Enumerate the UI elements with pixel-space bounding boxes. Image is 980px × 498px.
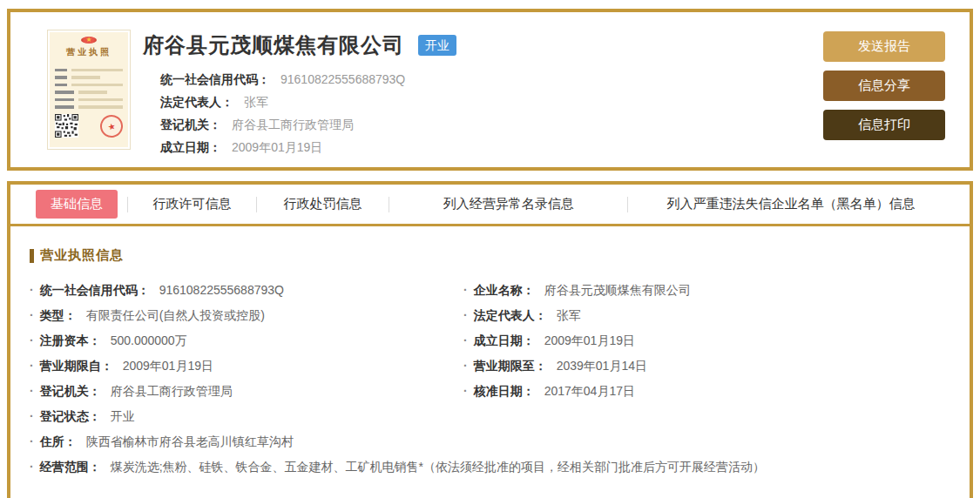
page-title: 府谷县元茂顺煤焦有限公司 bbox=[143, 31, 404, 59]
field-value: 府谷县元茂顺煤焦有限公司 bbox=[544, 283, 691, 297]
bullet-dot: · bbox=[30, 384, 34, 398]
bullet-dot: · bbox=[30, 308, 34, 322]
field-registration-authority: ·登记机关：府谷县工商行政管理局 bbox=[30, 379, 463, 404]
qr-code-icon bbox=[55, 114, 78, 138]
bullet-dot: · bbox=[30, 460, 34, 474]
bullet-dot: · bbox=[30, 409, 34, 423]
send-report-button[interactable]: 发送报告 bbox=[823, 31, 945, 62]
field-label: 登记状态： bbox=[40, 409, 101, 423]
field-business-scope: ·经营范围：煤炭洗选;焦粉、硅铁、铁合金、五金建材、工矿机电销售*（依法须经批准… bbox=[30, 454, 952, 480]
bullet-dot: · bbox=[463, 283, 468, 297]
field-value: 91610822555688793Q bbox=[280, 72, 405, 86]
header-field-registration-authority: 登记机关：府谷县工商行政管理局 bbox=[160, 113, 823, 136]
field-value: 2017年04月17日 bbox=[544, 384, 635, 398]
field-value: 有限责任公司(自然人投资或控股) bbox=[86, 308, 265, 322]
license-title: 营业执照 bbox=[55, 46, 123, 58]
field-label: 核准日期： bbox=[474, 384, 535, 398]
field-value: 500.000000万 bbox=[111, 333, 187, 347]
field-label: 类型： bbox=[40, 308, 77, 322]
header-field-credit-code: 统一社会信用代码：91610822555688793Q bbox=[160, 68, 823, 91]
section-title-text: 营业执照信息 bbox=[40, 247, 124, 264]
tab-bar: 基础信息 行政许可信息 行政处罚信息 列入经营异常名录信息 列入严重违法失信企业… bbox=[10, 185, 970, 226]
field-label: 法定代表人： bbox=[160, 95, 233, 109]
field-label: 住所： bbox=[40, 434, 77, 448]
field-label: 登记机关： bbox=[160, 118, 221, 131]
field-address: ·住所：陕西省榆林市府谷县老高川镇红草沟村 bbox=[30, 429, 952, 454]
field-value: 2009年01月19日 bbox=[232, 140, 322, 154]
national-emblem-icon: ★ bbox=[81, 37, 97, 44]
tab-administrative-license-info[interactable]: 行政许可信息 bbox=[152, 196, 231, 212]
field-label: 经营范围： bbox=[40, 460, 101, 474]
field-term-start: ·营业期限自：2009年01月19日 bbox=[30, 353, 463, 379]
field-label: 统一社会信用代码： bbox=[160, 72, 270, 86]
company-summary: 府谷县元茂顺煤焦有限公司 开业 统一社会信用代码：916108225556887… bbox=[143, 30, 823, 158]
field-label: 统一社会信用代码： bbox=[40, 283, 150, 297]
bullet-dot: · bbox=[463, 359, 468, 373]
field-value: 府谷县工商行政管理局 bbox=[232, 118, 354, 131]
field-term-end: ·营业期限至：2039年01月14日 bbox=[463, 353, 952, 379]
field-value: 府谷县工商行政管理局 bbox=[111, 384, 233, 398]
field-registered-capital: ·注册资本：500.000000万 bbox=[30, 328, 463, 353]
section-title-bar bbox=[30, 249, 34, 263]
tab-serious-violations-blacklist-info[interactable]: 列入严重违法失信企业名单（黑名单）信息 bbox=[667, 196, 916, 212]
field-label: 营业期限至： bbox=[474, 359, 547, 373]
basic-info-panel: 营业执照信息 ·统一社会信用代码：91610822555688793Q ·企业名… bbox=[10, 226, 970, 480]
field-value: 张军 bbox=[244, 95, 268, 109]
bullet-dot: · bbox=[30, 434, 34, 448]
tab-abnormal-operations-list-info[interactable]: 列入经营异常名录信息 bbox=[443, 196, 574, 212]
field-approval-date: ·核准日期：2017年04月17日 bbox=[463, 379, 952, 404]
field-registration-status: ·登记状态：开业 bbox=[30, 404, 952, 429]
field-value: 2009年01月19日 bbox=[123, 359, 213, 373]
tab-administrative-penalty-info[interactable]: 行政处罚信息 bbox=[284, 196, 362, 212]
bullet-dot: · bbox=[463, 333, 468, 347]
license-info-fields: ·统一社会信用代码：91610822555688793Q ·企业名称：府谷县元茂… bbox=[30, 278, 952, 480]
header-field-establish-date: 成立日期：2009年01月19日 bbox=[160, 136, 823, 158]
field-value: 陕西省榆林市府谷县老高川镇红草沟村 bbox=[86, 434, 294, 448]
field-value: 2009年01月19日 bbox=[544, 333, 635, 347]
field-label: 登记机关： bbox=[40, 384, 101, 398]
status-badge: 开业 bbox=[418, 35, 456, 56]
field-company-type: ·类型：有限责任公司(自然人投资或控股) bbox=[30, 303, 463, 328]
field-value: 2039年01月14日 bbox=[557, 359, 647, 373]
field-label: 营业期限自： bbox=[40, 359, 113, 373]
page: ★ 营业执照 bbox=[0, 0, 980, 498]
section-title: 营业执照信息 bbox=[30, 247, 952, 264]
field-value: 开业 bbox=[111, 409, 135, 423]
business-license-image: ★ 营业执照 bbox=[47, 30, 131, 150]
bullet-dot: · bbox=[30, 283, 34, 297]
field-label: 成立日期： bbox=[474, 333, 535, 347]
field-value: 91610822555688793Q bbox=[159, 283, 284, 297]
field-label: 成立日期： bbox=[160, 140, 221, 154]
bullet-dot: · bbox=[463, 384, 468, 398]
field-value: 煤炭洗选;焦粉、硅铁、铁合金、五金建材、工矿机电销售*（依法须经批准的项目，经相… bbox=[111, 460, 765, 474]
share-info-button[interactable]: 信息分享 bbox=[823, 71, 945, 101]
field-label: 法定代表人： bbox=[474, 308, 547, 322]
red-seal-stamp-icon: ★ bbox=[98, 113, 125, 140]
field-label: 注册资本： bbox=[40, 333, 101, 347]
bullet-dot: · bbox=[30, 359, 34, 373]
print-info-button[interactable]: 信息打印 bbox=[823, 110, 945, 140]
field-label: 企业名称： bbox=[474, 283, 535, 297]
field-legal-representative: ·法定代表人：张军 bbox=[463, 303, 952, 328]
tab-basic-info[interactable]: 基础信息 bbox=[36, 190, 118, 219]
bullet-dot: · bbox=[463, 308, 468, 322]
action-buttons: 发送报告 信息分享 信息打印 bbox=[823, 31, 945, 149]
field-company-name: ·企业名称：府谷县元茂顺煤焦有限公司 bbox=[463, 278, 952, 303]
header-field-legal-representative: 法定代表人：张军 bbox=[160, 91, 823, 113]
company-header-card: ★ 营业执照 bbox=[7, 9, 973, 171]
detail-card: 基础信息 行政许可信息 行政处罚信息 列入经营异常名录信息 列入严重违法失信企业… bbox=[7, 181, 973, 498]
bullet-dot: · bbox=[30, 333, 34, 347]
field-establish-date: ·成立日期：2009年01月19日 bbox=[463, 328, 952, 353]
field-value: 张军 bbox=[557, 308, 581, 322]
field-credit-code: ·统一社会信用代码：91610822555688793Q bbox=[30, 278, 463, 303]
